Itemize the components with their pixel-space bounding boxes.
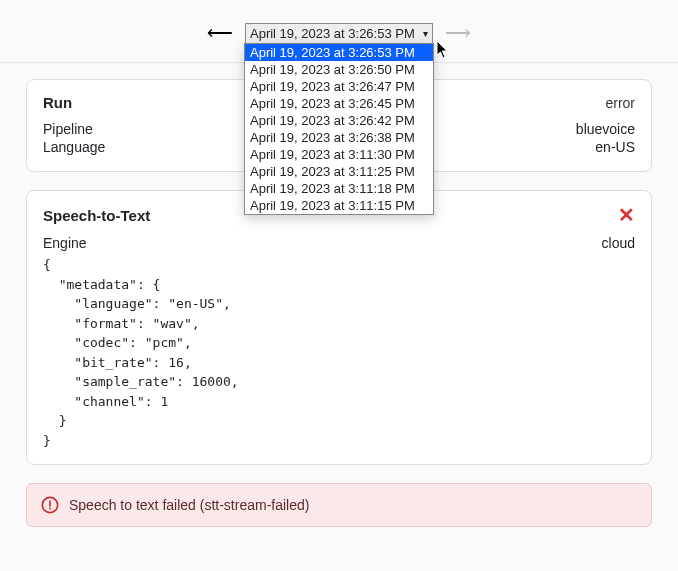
prev-run-button[interactable]: ⟵: [203, 22, 237, 44]
close-icon[interactable]: ✕: [618, 205, 635, 225]
stt-card-title: Speech-to-Text: [43, 207, 150, 224]
run-option[interactable]: April 19, 2023 at 3:26:38 PM: [245, 129, 433, 146]
engine-row: Engine cloud: [43, 235, 635, 251]
run-status: error: [605, 95, 635, 111]
run-card-title: Run: [43, 94, 72, 111]
stt-metadata-code: { "metadata": { "language": "en-US", "fo…: [43, 255, 635, 450]
svg-point-2: [49, 508, 51, 510]
run-select-box[interactable]: April 19, 2023 at 3:26:53 PM ▾: [245, 23, 433, 44]
run-option[interactable]: April 19, 2023 at 3:11:15 PM: [245, 197, 433, 214]
error-message: Speech to text failed (stt-stream-failed…: [69, 497, 309, 513]
run-dropdown[interactable]: April 19, 2023 at 3:26:53 PMApril 19, 20…: [244, 43, 434, 215]
kv-label: Pipeline: [43, 121, 93, 137]
run-select-value: April 19, 2023 at 3:26:53 PM: [250, 26, 415, 41]
run-option[interactable]: April 19, 2023 at 3:11:18 PM: [245, 180, 433, 197]
error-alert: Speech to text failed (stt-stream-failed…: [26, 483, 652, 527]
chevron-down-icon: ▾: [423, 28, 428, 39]
stt-card: Speech-to-Text ✕ Engine cloud { "metadat…: [26, 190, 652, 465]
engine-value: cloud: [602, 235, 635, 251]
kv-value: bluevoice: [576, 121, 635, 137]
run-option[interactable]: April 19, 2023 at 3:11:25 PM: [245, 163, 433, 180]
next-run-button: ⟶: [441, 22, 475, 44]
run-option[interactable]: April 19, 2023 at 3:26:47 PM: [245, 78, 433, 95]
run-option[interactable]: April 19, 2023 at 3:11:30 PM: [245, 146, 433, 163]
engine-label: Engine: [43, 235, 87, 251]
run-option[interactable]: April 19, 2023 at 3:26:53 PM: [245, 44, 433, 61]
run-selector[interactable]: April 19, 2023 at 3:26:53 PM ▾ April 19,…: [245, 23, 433, 44]
kv-label: Language: [43, 139, 105, 155]
error-icon: [41, 496, 59, 514]
kv-value: en-US: [595, 139, 635, 155]
run-option[interactable]: April 19, 2023 at 3:26:45 PM: [245, 95, 433, 112]
topbar: ⟵ April 19, 2023 at 3:26:53 PM ▾ April 1…: [0, 0, 678, 63]
run-option[interactable]: April 19, 2023 at 3:26:42 PM: [245, 112, 433, 129]
run-option[interactable]: April 19, 2023 at 3:26:50 PM: [245, 61, 433, 78]
